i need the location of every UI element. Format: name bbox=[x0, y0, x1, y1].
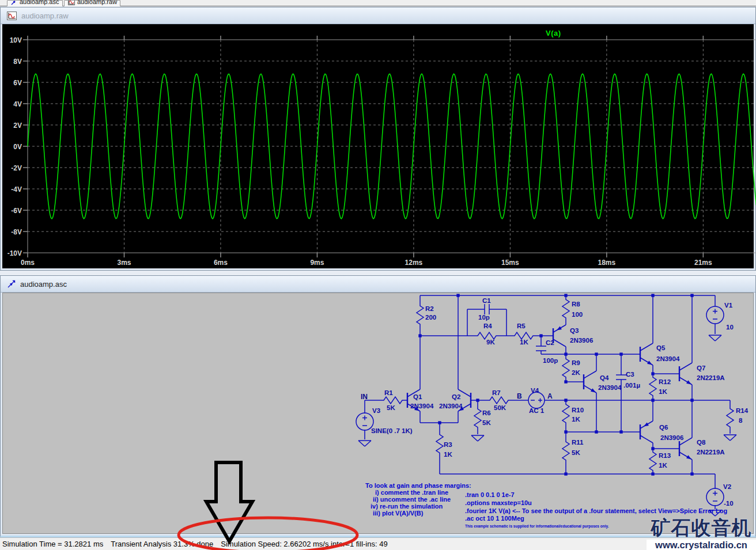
status-simulation-time: Simulation Time = 31.2821 ms bbox=[2, 540, 103, 548]
svg-text:2V: 2V bbox=[13, 122, 22, 130]
svg-text:2N3904: 2N3904 bbox=[439, 403, 463, 409]
svg-text:V1: V1 bbox=[724, 302, 733, 309]
waveform-plot-canvas[interactable]: 10V8V6V4V2V0V-2V-4V-6V-8V-10V0ms3ms6ms9m… bbox=[1, 24, 756, 270]
svg-text:-6V: -6V bbox=[11, 207, 22, 215]
svg-text:2N3904: 2N3904 bbox=[598, 384, 622, 391]
svg-text:5K: 5K bbox=[572, 449, 580, 456]
schematic-window-title: audioamp.asc bbox=[20, 280, 67, 289]
svg-text:21ms: 21ms bbox=[694, 259, 712, 267]
svg-text:R1: R1 bbox=[384, 389, 393, 396]
svg-text:R2: R2 bbox=[425, 305, 434, 312]
svg-text:0V: 0V bbox=[13, 143, 22, 151]
svg-text:Q1: Q1 bbox=[413, 393, 422, 400]
svg-text:10: 10 bbox=[726, 324, 734, 331]
trace-legend[interactable]: V(a) bbox=[546, 29, 561, 37]
svg-text:A: A bbox=[547, 392, 553, 400]
svg-text:AC 1: AC 1 bbox=[529, 407, 545, 414]
schematic-canvas[interactable]: R2200C110pR49KR51KR8100Q32N3906C2100pR92… bbox=[1, 291, 756, 538]
svg-text:R8: R8 bbox=[572, 301, 580, 308]
svg-text:.fourier 1K V(a) <-- To see: .fourier 1K V(a) <-- To see the output o… bbox=[465, 507, 727, 514]
svg-text:10V: 10V bbox=[10, 36, 22, 44]
svg-text:3ms: 3ms bbox=[117, 259, 131, 267]
svg-text:-8V: -8V bbox=[11, 228, 22, 236]
svg-text:2N2219A: 2N2219A bbox=[697, 374, 725, 381]
document-tab-bar: audioamp.asc audioamp.raw bbox=[0, 0, 756, 6]
svg-text:iv) re-run the simulation: iv) re-run the simulation bbox=[371, 503, 443, 510]
svg-text:5K: 5K bbox=[387, 404, 395, 411]
svg-text:10p: 10p bbox=[478, 314, 490, 321]
svg-text:V4: V4 bbox=[531, 387, 539, 394]
svg-text:iii) plot V(A)/V(B): iii) plot V(A)/V(B) bbox=[373, 510, 424, 517]
svg-text:R3: R3 bbox=[444, 441, 452, 448]
tab-audioamp-raw[interactable]: audioamp.raw bbox=[64, 0, 120, 6]
waveform-window-icon bbox=[7, 12, 17, 20]
tab-label: audioamp.raw bbox=[77, 0, 117, 6]
svg-text:8: 8 bbox=[739, 417, 743, 424]
svg-text:2N3904: 2N3904 bbox=[410, 403, 434, 409]
plot-grid: 10V8V6V4V2V0V-2V-4V-6V-8V-10V0ms3ms6ms9m… bbox=[7, 36, 756, 267]
svg-text:C2: C2 bbox=[546, 339, 554, 346]
svg-text:To look at gain and phase marg: To look at gain and phase margins: bbox=[365, 482, 471, 489]
svg-text:R10: R10 bbox=[572, 407, 584, 414]
svg-text:Q5: Q5 bbox=[656, 344, 666, 351]
svg-text:2N3906: 2N3906 bbox=[570, 337, 593, 344]
svg-text:R11: R11 bbox=[572, 439, 584, 446]
svg-text:-10V: -10V bbox=[7, 249, 22, 257]
svg-text:2N3904: 2N3904 bbox=[656, 355, 680, 362]
schematic-file-icon bbox=[11, 0, 17, 5]
svg-text:Q3: Q3 bbox=[570, 327, 579, 334]
svg-text:R4: R4 bbox=[483, 323, 492, 329]
waveform-window: audioamp.raw V(a) 10V8V6V4V2V0V-2V-4V-6V… bbox=[0, 7, 756, 271]
svg-text:.ac oct 10 1 100Meg: .ac oct 10 1 100Meg bbox=[465, 515, 524, 522]
svg-text:1K: 1K bbox=[572, 416, 580, 423]
svg-text:18ms: 18ms bbox=[598, 259, 616, 267]
svg-text:.tran 0 0.1 0 1e-7: .tran 0 0.1 0 1e-7 bbox=[465, 491, 515, 498]
svg-text:12ms: 12ms bbox=[405, 259, 423, 267]
svg-text:9K: 9K bbox=[486, 339, 495, 346]
svg-text:200: 200 bbox=[425, 314, 436, 321]
svg-text:V2: V2 bbox=[723, 483, 731, 490]
svg-text:9ms: 9ms bbox=[310, 259, 324, 267]
svg-text:6ms: 6ms bbox=[214, 259, 228, 267]
svg-text:2N3906: 2N3906 bbox=[660, 434, 683, 441]
svg-text:Q8: Q8 bbox=[697, 439, 706, 446]
svg-text:100p: 100p bbox=[543, 357, 558, 364]
svg-text:-10: -10 bbox=[724, 500, 734, 507]
svg-text:0ms: 0ms bbox=[21, 259, 35, 267]
tab-audioamp-asc[interactable]: audioamp.asc bbox=[7, 0, 63, 6]
svg-text:V3: V3 bbox=[372, 407, 380, 414]
svg-text:-4V: -4V bbox=[11, 185, 22, 194]
svg-text:C3: C3 bbox=[626, 371, 634, 378]
svg-text:2K: 2K bbox=[572, 369, 580, 376]
svg-text:R12: R12 bbox=[659, 378, 671, 385]
svg-text:This example schematic is supp: This example schematic is supplied for i… bbox=[465, 524, 609, 529]
svg-text:6V: 6V bbox=[13, 79, 22, 87]
svg-text:R13: R13 bbox=[659, 452, 671, 459]
schematic-window-icon bbox=[7, 280, 16, 289]
svg-text:1K: 1K bbox=[520, 339, 528, 346]
svg-text:IN: IN bbox=[361, 393, 368, 401]
status-simulation-speed: Simulation Speed: 2.66202 ms/s inter=1 f… bbox=[221, 540, 387, 548]
svg-text:R5: R5 bbox=[517, 323, 526, 329]
schematic-window: audioamp.asc R2200C110pR49KR51KR8100Q32N… bbox=[0, 275, 756, 537]
schematic-window-titlebar[interactable]: audioamp.asc bbox=[1, 276, 755, 293]
waveform-window-title: audioamp.raw bbox=[21, 12, 69, 20]
svg-text:.options maxstep=10u: .options maxstep=10u bbox=[465, 499, 532, 506]
svg-text:Q6: Q6 bbox=[659, 424, 668, 431]
svg-text:B: B bbox=[517, 392, 522, 400]
status-bar: Simulation Time = 31.2821 ms Transient A… bbox=[0, 537, 756, 550]
svg-text:R7: R7 bbox=[492, 389, 501, 396]
svg-text:1K: 1K bbox=[659, 462, 667, 469]
svg-text:R6: R6 bbox=[482, 409, 491, 416]
status-analysis-progress: Transient Analysis 31.3% done bbox=[111, 540, 213, 548]
watermark-url-text: www.crystalradio.cn bbox=[647, 540, 756, 550]
svg-text:1K: 1K bbox=[659, 388, 667, 395]
waveform-window-titlebar[interactable]: audioamp.raw bbox=[1, 7, 755, 24]
svg-text:-2V: -2V bbox=[11, 164, 22, 172]
svg-text:1K: 1K bbox=[444, 451, 452, 458]
svg-text:Q4: Q4 bbox=[600, 374, 609, 381]
svg-text:ii) uncomment the .ac line: ii) uncomment the .ac line bbox=[373, 496, 451, 503]
svg-text:Q7: Q7 bbox=[697, 365, 705, 371]
svg-text:5K: 5K bbox=[482, 419, 491, 426]
svg-text:100: 100 bbox=[572, 311, 583, 318]
